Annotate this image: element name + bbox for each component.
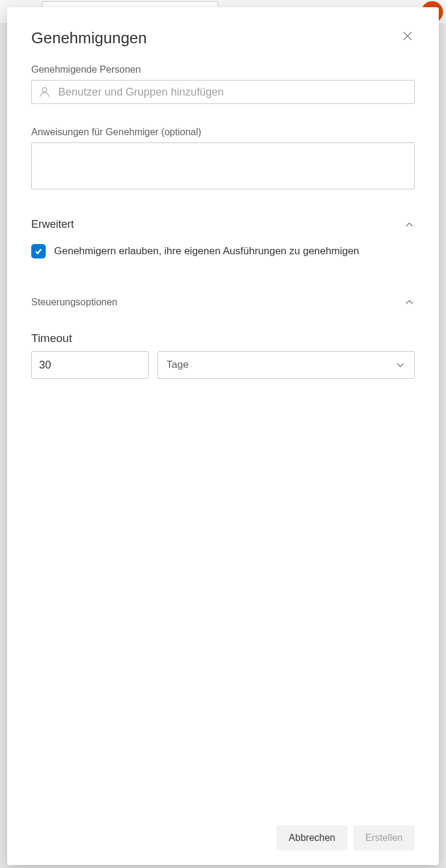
- advanced-title: Erweitert: [31, 218, 74, 231]
- allow-own-approval-label: Genehmigern erlauben, ihre eigenen Ausfü…: [54, 245, 359, 257]
- instructions-textarea[interactable]: [31, 142, 415, 189]
- approvers-input-wrapper[interactable]: [31, 80, 415, 104]
- modal-footer: Abbrechen Erstellen: [31, 825, 415, 851]
- modal-header: Genehmigungen: [31, 29, 415, 47]
- timeout-unit-select[interactable]: Tage: [157, 351, 415, 379]
- close-icon: [402, 30, 414, 42]
- approvals-modal: Genehmigungen Genehmigende Personen Anwe…: [7, 7, 439, 865]
- timeout-unit-label: Tage: [166, 359, 189, 371]
- timeout-label: Timeout: [31, 332, 415, 345]
- advanced-section-header[interactable]: Erweitert: [31, 218, 415, 231]
- control-section-header[interactable]: Steuerungsoptionen: [31, 297, 415, 308]
- close-button[interactable]: [400, 29, 415, 43]
- control-title: Steuerungsoptionen: [31, 297, 117, 308]
- allow-own-approval-row: Genehmigern erlauben, ihre eigenen Ausfü…: [31, 244, 415, 258]
- check-icon: [34, 247, 43, 255]
- approvers-label: Genehmigende Personen: [31, 64, 415, 75]
- approvers-input[interactable]: [58, 86, 408, 99]
- allow-own-approval-checkbox[interactable]: [31, 244, 46, 258]
- chevron-down-icon: [395, 359, 406, 370]
- person-icon: [38, 85, 51, 99]
- instructions-label: Anweisungen für Genehmiger (optional): [31, 127, 415, 138]
- timeout-value-input[interactable]: [31, 351, 149, 379]
- timeout-row: Tage: [31, 351, 415, 379]
- cancel-button[interactable]: Abbrechen: [276, 825, 347, 851]
- chevron-up-icon: [404, 219, 415, 230]
- svg-point-2: [42, 88, 46, 92]
- chevron-up-icon: [404, 297, 415, 308]
- modal-title: Genehmigungen: [31, 29, 147, 47]
- create-button[interactable]: Erstellen: [353, 825, 415, 851]
